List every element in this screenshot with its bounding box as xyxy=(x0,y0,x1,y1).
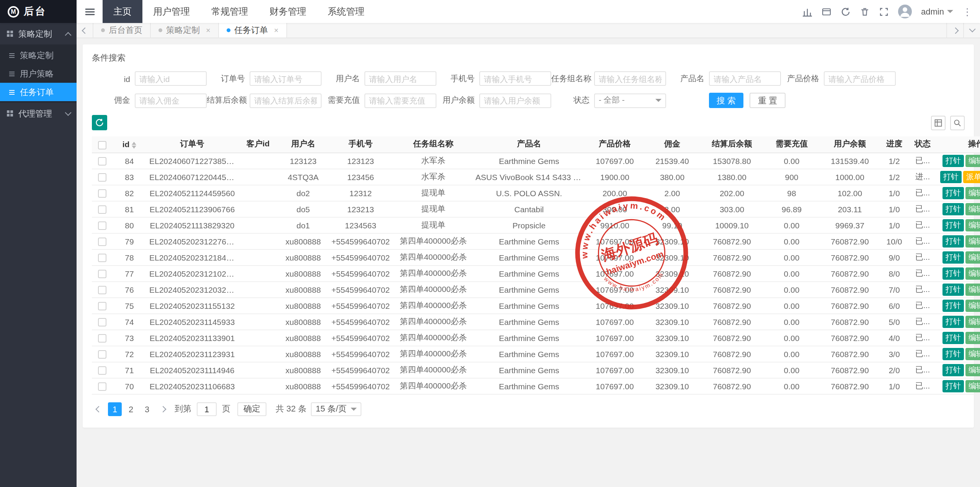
sidebar-item-user-strategy[interactable]: 用户策略 xyxy=(0,64,77,83)
commission-input[interactable] xyxy=(135,93,207,108)
inject-button[interactable]: 打针 xyxy=(942,283,964,295)
edit-button[interactable]: 编辑 xyxy=(965,267,980,279)
row-checkbox[interactable] xyxy=(98,286,106,294)
task-group-input[interactable] xyxy=(594,71,666,86)
tab-home[interactable]: 后台首页 xyxy=(93,23,151,38)
per-page-select[interactable]: 15 条/页 xyxy=(311,402,361,416)
edit-button[interactable]: 编辑 xyxy=(965,187,980,199)
edit-button[interactable]: 编辑 xyxy=(965,348,980,360)
edit-button[interactable]: 编辑 xyxy=(965,154,980,167)
inject-button[interactable]: 打针 xyxy=(942,203,964,215)
avatar[interactable] xyxy=(898,5,912,18)
page-3-button[interactable]: 3 xyxy=(140,402,154,416)
row-checkbox[interactable] xyxy=(98,238,106,246)
row-checkbox[interactable] xyxy=(98,205,106,214)
row-checkbox[interactable] xyxy=(98,302,106,310)
next-page-button[interactable] xyxy=(156,402,170,416)
more-options-icon[interactable]: ⋮ xyxy=(962,7,972,16)
bar-chart-icon[interactable] xyxy=(802,7,812,16)
row-checkbox[interactable] xyxy=(98,270,106,278)
inject-button[interactable]: 打针 xyxy=(942,251,964,263)
row-checkbox[interactable] xyxy=(98,318,106,326)
refresh-button[interactable] xyxy=(92,115,107,130)
trash-icon[interactable] xyxy=(860,7,870,16)
goto-page-input[interactable] xyxy=(197,402,217,416)
sidebar-group-agent[interactable]: 代理管理 xyxy=(0,103,77,124)
row-checkbox[interactable] xyxy=(98,334,106,343)
card-icon[interactable] xyxy=(822,7,831,16)
search-toggle-button[interactable] xyxy=(950,115,965,130)
user-balance-input[interactable] xyxy=(479,93,551,108)
page-1-button[interactable]: 1 xyxy=(108,402,122,416)
tabs-menu-button[interactable] xyxy=(963,23,980,38)
topnav-home[interactable]: 主页 xyxy=(103,0,142,23)
need-recharge-input[interactable] xyxy=(364,93,436,108)
edit-button[interactable]: 编辑 xyxy=(965,380,980,392)
edit-button[interactable]: 编辑 xyxy=(965,315,980,328)
edit-button[interactable]: 编辑 xyxy=(965,203,980,215)
inject-button[interactable]: 打针 xyxy=(940,171,962,183)
sidebar-item-task-orders[interactable]: 任务订单 xyxy=(0,83,77,101)
sidebar-group-strategy[interactable]: 策略定制 xyxy=(0,23,77,44)
inject-button[interactable]: 打针 xyxy=(942,154,964,167)
inject-button[interactable]: 打针 xyxy=(942,380,964,392)
user-menu[interactable]: admin xyxy=(921,7,953,16)
status-select[interactable]: - 全部 - xyxy=(594,93,666,108)
order-no-input[interactable] xyxy=(250,71,322,86)
search-button[interactable]: 搜 索 xyxy=(709,93,743,108)
columns-filter-button[interactable] xyxy=(931,115,946,130)
row-checkbox[interactable] xyxy=(98,382,106,391)
username-input[interactable] xyxy=(364,71,436,86)
confirm-button[interactable]: 确定 xyxy=(237,402,266,416)
row-checkbox[interactable] xyxy=(98,157,106,166)
row-checkbox[interactable] xyxy=(98,173,106,182)
phone-input[interactable] xyxy=(479,71,551,86)
column-id[interactable]: id xyxy=(112,136,147,152)
edit-button[interactable]: 编辑 xyxy=(965,299,980,312)
topnav-general-management[interactable]: 常规管理 xyxy=(201,0,259,23)
inject-button[interactable]: 打针 xyxy=(942,187,964,199)
id-input[interactable] xyxy=(135,71,207,86)
settle-balance-input[interactable] xyxy=(250,93,322,108)
sidebar-item-strategy-custom[interactable]: 策略定制 xyxy=(0,46,77,64)
fullscreen-icon[interactable] xyxy=(879,7,889,16)
dispatch-button[interactable]: 派单 xyxy=(963,171,980,183)
inject-button[interactable]: 打针 xyxy=(942,267,964,279)
edit-button[interactable]: 编辑 xyxy=(965,364,980,376)
reset-button[interactable]: 重 置 xyxy=(750,93,786,108)
close-icon[interactable]: × xyxy=(206,26,211,34)
sort-icon[interactable] xyxy=(132,142,136,149)
product-price-input[interactable] xyxy=(824,71,896,86)
row-checkbox[interactable] xyxy=(98,254,106,262)
tab-strategy[interactable]: 策略定制 × xyxy=(151,23,219,38)
tab-task-orders[interactable]: 任务订单 × xyxy=(219,23,287,38)
inject-button[interactable]: 打针 xyxy=(942,219,964,231)
edit-button[interactable]: 编辑 xyxy=(965,251,980,263)
topnav-finance-management[interactable]: 财务管理 xyxy=(259,0,317,23)
edit-button[interactable]: 编辑 xyxy=(965,283,980,295)
close-icon[interactable]: × xyxy=(274,26,279,34)
inject-button[interactable]: 打针 xyxy=(942,348,964,360)
inject-button[interactable]: 打针 xyxy=(942,315,964,328)
topnav-user-management[interactable]: 用户管理 xyxy=(142,0,201,23)
refresh-icon[interactable] xyxy=(841,7,851,16)
edit-button[interactable]: 编辑 xyxy=(965,235,980,247)
prev-page-button[interactable] xyxy=(92,402,106,416)
tabs-scroll-right-button[interactable] xyxy=(946,23,963,38)
inject-button[interactable]: 打针 xyxy=(942,364,964,376)
inject-button[interactable]: 打针 xyxy=(942,331,964,344)
edit-button[interactable]: 编辑 xyxy=(965,331,980,344)
row-checkbox[interactable] xyxy=(98,366,106,375)
menu-toggle-icon[interactable] xyxy=(77,0,103,23)
row-checkbox[interactable] xyxy=(98,221,106,230)
inject-button[interactable]: 打针 xyxy=(942,299,964,312)
product-name-input[interactable] xyxy=(709,71,781,86)
tabs-scroll-left-button[interactable] xyxy=(77,23,93,38)
page-2-button[interactable]: 2 xyxy=(124,402,138,416)
select-all-checkbox[interactable] xyxy=(98,141,106,149)
row-checkbox[interactable] xyxy=(98,350,106,359)
edit-button[interactable]: 编辑 xyxy=(965,219,980,231)
inject-button[interactable]: 打针 xyxy=(942,235,964,247)
topnav-system-management[interactable]: 系统管理 xyxy=(317,0,375,23)
row-checkbox[interactable] xyxy=(98,189,106,198)
